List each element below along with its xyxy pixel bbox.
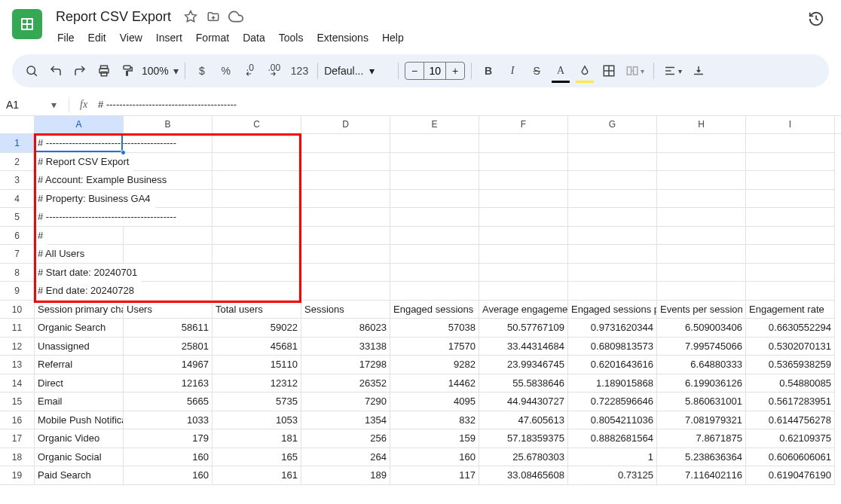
cloud-icon[interactable] [228,9,243,24]
cell[interactable]: Mobile Push Notifications [35,411,124,430]
history-icon[interactable] [803,6,829,32]
cell[interactable]: Average engagement time per session [479,301,568,319]
cell[interactable]: 7.995745066 [657,338,746,356]
cell[interactable]: 47.605613 [479,411,568,430]
cell[interactable]: # [35,227,124,246]
row-header[interactable]: 11 [0,319,35,338]
search-icon[interactable] [21,60,42,81]
cell[interactable] [746,171,835,190]
col-header-B[interactable]: B [124,116,213,133]
cell[interactable]: 6.509003406 [657,319,746,338]
cell[interactable]: 33.44314684 [479,338,568,356]
row-header[interactable]: 8 [0,264,35,283]
font-size-decrease[interactable]: − [405,65,424,77]
cell[interactable] [657,227,746,246]
cell[interactable] [568,208,657,227]
cell[interactable]: Paid Search [35,466,124,485]
cell[interactable]: 6.199036126 [657,374,746,393]
cell[interactable] [390,208,479,227]
cell[interactable]: Unassigned [35,338,124,356]
cell[interactable]: Users [124,301,213,319]
sheets-logo[interactable] [12,9,42,39]
cell[interactable] [746,190,835,209]
borders-button[interactable] [598,60,619,81]
menu-data[interactable]: Data [237,29,271,47]
cell[interactable] [746,153,835,172]
cell[interactable] [124,245,213,264]
cell[interactable]: # Start date: 20240701 [35,264,124,283]
cell[interactable] [568,171,657,190]
strikethrough-button[interactable]: S [526,60,547,81]
cell[interactable]: 17298 [301,356,390,374]
cell[interactable]: 161 [213,466,301,485]
cell[interactable] [213,282,301,301]
cell[interactable]: 0.6809813573 [568,338,657,356]
format-123[interactable]: 123 [288,60,311,81]
cell[interactable] [568,134,657,153]
cell[interactable] [657,264,746,283]
col-header-E[interactable]: E [390,116,479,133]
cell[interactable]: 17570 [390,338,479,356]
col-header-F[interactable]: F [479,116,568,133]
menu-format[interactable]: Format [190,29,235,47]
chevron-down-icon[interactable]: ▾ [173,65,179,77]
cell[interactable] [390,264,479,283]
cell[interactable] [657,153,746,172]
cell[interactable]: 26352 [301,374,390,393]
cell[interactable] [746,208,835,227]
formula-input[interactable]: # --------------------------------------… [95,99,237,110]
menu-edit[interactable]: Edit [82,29,112,47]
col-header-D[interactable]: D [301,116,390,133]
cell[interactable]: 15110 [213,356,301,374]
row-header[interactable]: 4 [0,190,35,209]
cell[interactable]: 7.8671875 [657,429,746,448]
cell[interactable] [746,264,835,283]
cell[interactable] [390,190,479,209]
cell[interactable] [479,153,568,172]
cell[interactable]: 160 [124,448,213,467]
cell[interactable]: Organic Search [35,319,124,338]
cell[interactable]: Engagement rate [746,301,835,319]
cell[interactable] [213,264,301,283]
cell[interactable]: 7.116402116 [657,466,746,485]
cell[interactable] [213,153,301,172]
menu-insert[interactable]: Insert [150,29,188,47]
move-icon[interactable] [206,9,221,24]
cell[interactable]: 5665 [124,393,213,411]
cell[interactable]: Organic Video [35,429,124,448]
italic-button[interactable]: I [502,60,523,81]
cell[interactable]: 14967 [124,356,213,374]
cell[interactable]: 0.6060606061 [746,448,835,467]
spreadsheet-grid[interactable]: ABCDEFGHI 1# ---------------------------… [0,116,841,504]
cell[interactable]: 25.6780303 [479,448,568,467]
doc-title[interactable]: Report CSV Export [51,8,176,26]
decrease-decimal-icon[interactable]: .0 [240,60,261,81]
cell[interactable]: 159 [390,429,479,448]
row-header[interactable]: 6 [0,227,35,246]
cell[interactable] [213,208,301,227]
cell[interactable] [479,245,568,264]
cell[interactable]: Events per session [657,301,746,319]
v-align-button[interactable] [688,60,709,81]
cell[interactable]: 0.8882681564 [568,429,657,448]
cell[interactable]: 4095 [390,393,479,411]
cell[interactable]: 44.94430727 [479,393,568,411]
cell[interactable]: Direct [35,374,124,393]
cell[interactable]: 7290 [301,393,390,411]
cell[interactable]: 12163 [124,374,213,393]
cell[interactable]: 1354 [301,411,390,430]
star-icon[interactable] [183,9,198,24]
cell[interactable]: 160 [390,448,479,467]
cell[interactable]: 5.860631001 [657,393,746,411]
menu-extensions[interactable]: Extensions [310,29,374,47]
cell[interactable]: 264 [301,448,390,467]
cell[interactable] [479,264,568,283]
cell[interactable] [568,282,657,301]
row-header[interactable]: 16 [0,411,35,430]
cell[interactable] [479,282,568,301]
cell[interactable]: 50.57767109 [479,319,568,338]
cell[interactable] [479,208,568,227]
cell[interactable]: 256 [301,429,390,448]
cell[interactable]: 5.238636364 [657,448,746,467]
cell[interactable]: Total users [213,301,301,319]
